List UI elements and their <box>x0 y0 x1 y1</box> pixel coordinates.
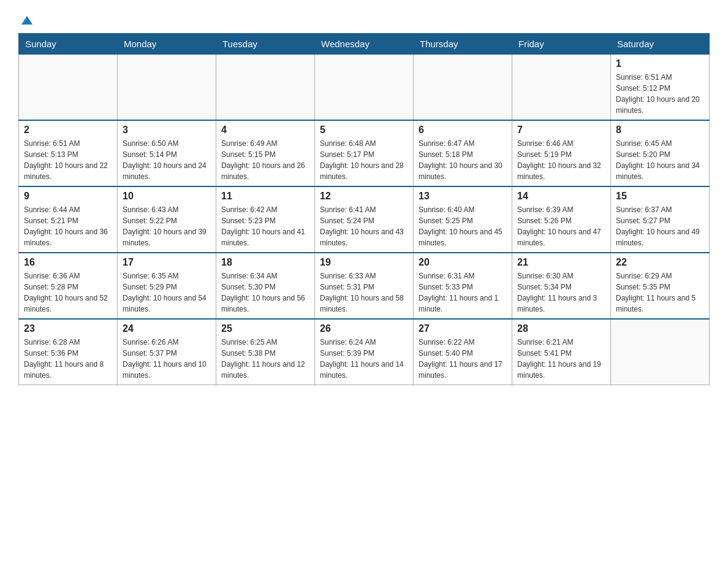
day-info: Sunrise: 6:29 AM Sunset: 5:35 PM Dayligh… <box>616 270 704 315</box>
logo <box>18 12 34 27</box>
calendar-cell: 17Sunrise: 6:35 AM Sunset: 5:29 PM Dayli… <box>118 253 216 319</box>
day-number: 16 <box>24 257 112 268</box>
day-info: Sunrise: 6:49 AM Sunset: 5:15 PM Dayligh… <box>221 138 309 182</box>
day-info: Sunrise: 6:40 AM Sunset: 5:25 PM Dayligh… <box>419 204 507 248</box>
calendar-week-row: 16Sunrise: 6:36 AM Sunset: 5:28 PM Dayli… <box>19 253 710 319</box>
day-info: Sunrise: 6:26 AM Sunset: 5:37 PM Dayligh… <box>123 337 211 381</box>
day-info: Sunrise: 6:44 AM Sunset: 5:21 PM Dayligh… <box>24 204 112 248</box>
day-info: Sunrise: 6:46 AM Sunset: 5:19 PM Dayligh… <box>517 138 605 182</box>
day-info: Sunrise: 6:47 AM Sunset: 5:18 PM Dayligh… <box>419 138 507 182</box>
svg-marker-0 <box>21 16 32 25</box>
day-info: Sunrise: 6:45 AM Sunset: 5:20 PM Dayligh… <box>616 138 704 182</box>
day-info: Sunrise: 6:51 AM Sunset: 5:12 PM Dayligh… <box>616 72 704 116</box>
day-info: Sunrise: 6:21 AM Sunset: 5:41 PM Dayligh… <box>517 337 605 381</box>
day-info: Sunrise: 6:34 AM Sunset: 5:30 PM Dayligh… <box>221 270 309 315</box>
day-number: 5 <box>320 124 408 136</box>
calendar-cell: 13Sunrise: 6:40 AM Sunset: 5:25 PM Dayli… <box>414 186 512 253</box>
weekday-header-wednesday: Wednesday <box>315 34 414 55</box>
day-number: 4 <box>221 124 309 136</box>
day-number: 20 <box>419 257 507 268</box>
calendar-table: SundayMondayTuesdayWednesdayThursdayFrid… <box>18 33 710 385</box>
day-number: 25 <box>221 323 309 334</box>
calendar-cell <box>315 55 414 121</box>
calendar-cell <box>414 55 512 121</box>
day-number: 13 <box>419 191 507 202</box>
day-number: 10 <box>123 191 211 202</box>
day-number: 6 <box>419 124 507 136</box>
day-info: Sunrise: 6:50 AM Sunset: 5:14 PM Dayligh… <box>123 138 211 182</box>
day-number: 18 <box>221 257 309 268</box>
day-info: Sunrise: 6:48 AM Sunset: 5:17 PM Dayligh… <box>320 138 408 182</box>
weekday-header-thursday: Thursday <box>414 34 512 55</box>
day-info: Sunrise: 6:41 AM Sunset: 5:24 PM Dayligh… <box>320 204 408 248</box>
day-number: 27 <box>419 323 507 334</box>
day-info: Sunrise: 6:31 AM Sunset: 5:33 PM Dayligh… <box>419 270 507 315</box>
day-number: 11 <box>221 191 309 202</box>
day-info: Sunrise: 6:37 AM Sunset: 5:27 PM Dayligh… <box>616 204 704 248</box>
calendar-cell: 2Sunrise: 6:51 AM Sunset: 5:13 PM Daylig… <box>19 120 118 186</box>
day-number: 24 <box>123 323 211 334</box>
day-number: 1 <box>616 58 704 69</box>
calendar-cell: 20Sunrise: 6:31 AM Sunset: 5:33 PM Dayli… <box>414 253 512 319</box>
calendar-cell: 9Sunrise: 6:44 AM Sunset: 5:21 PM Daylig… <box>19 186 118 253</box>
day-info: Sunrise: 6:42 AM Sunset: 5:23 PM Dayligh… <box>221 204 309 248</box>
weekday-header-row: SundayMondayTuesdayWednesdayThursdayFrid… <box>19 34 710 55</box>
day-info: Sunrise: 6:39 AM Sunset: 5:26 PM Dayligh… <box>517 204 605 248</box>
calendar-week-row: 9Sunrise: 6:44 AM Sunset: 5:21 PM Daylig… <box>19 186 710 253</box>
weekday-header-tuesday: Tuesday <box>216 34 315 55</box>
calendar-cell: 26Sunrise: 6:24 AM Sunset: 5:39 PM Dayli… <box>315 319 414 385</box>
day-number: 15 <box>616 191 704 202</box>
calendar-cell: 21Sunrise: 6:30 AM Sunset: 5:34 PM Dayli… <box>512 253 611 319</box>
day-number: 23 <box>24 323 112 334</box>
calendar-cell: 19Sunrise: 6:33 AM Sunset: 5:31 PM Dayli… <box>315 253 414 319</box>
calendar-cell: 22Sunrise: 6:29 AM Sunset: 5:35 PM Dayli… <box>611 253 710 319</box>
weekday-header-friday: Friday <box>512 34 611 55</box>
day-number: 3 <box>123 124 211 136</box>
day-number: 12 <box>320 191 408 202</box>
calendar-cell: 27Sunrise: 6:22 AM Sunset: 5:40 PM Dayli… <box>414 319 512 385</box>
calendar-cell <box>611 319 710 385</box>
calendar-cell: 12Sunrise: 6:41 AM Sunset: 5:24 PM Dayli… <box>315 186 414 253</box>
logo-triangle-icon <box>20 13 34 27</box>
day-number: 8 <box>616 124 704 136</box>
day-number: 28 <box>517 323 605 334</box>
calendar-cell: 7Sunrise: 6:46 AM Sunset: 5:19 PM Daylig… <box>512 120 611 186</box>
calendar-cell: 18Sunrise: 6:34 AM Sunset: 5:30 PM Dayli… <box>216 253 315 319</box>
day-info: Sunrise: 6:25 AM Sunset: 5:38 PM Dayligh… <box>221 337 309 381</box>
calendar-week-row: 23Sunrise: 6:28 AM Sunset: 5:36 PM Dayli… <box>19 319 710 385</box>
page-header <box>18 12 710 27</box>
calendar-cell: 14Sunrise: 6:39 AM Sunset: 5:26 PM Dayli… <box>512 186 611 253</box>
calendar-cell: 5Sunrise: 6:48 AM Sunset: 5:17 PM Daylig… <box>315 120 414 186</box>
calendar-cell: 15Sunrise: 6:37 AM Sunset: 5:27 PM Dayli… <box>611 186 710 253</box>
weekday-header-sunday: Sunday <box>19 34 118 55</box>
calendar-week-row: 1Sunrise: 6:51 AM Sunset: 5:12 PM Daylig… <box>19 55 710 121</box>
day-number: 19 <box>320 257 408 268</box>
calendar-cell: 23Sunrise: 6:28 AM Sunset: 5:36 PM Dayli… <box>19 319 118 385</box>
day-info: Sunrise: 6:43 AM Sunset: 5:22 PM Dayligh… <box>123 204 211 248</box>
day-info: Sunrise: 6:35 AM Sunset: 5:29 PM Dayligh… <box>123 270 211 315</box>
calendar-cell: 1Sunrise: 6:51 AM Sunset: 5:12 PM Daylig… <box>611 55 710 121</box>
calendar-cell: 4Sunrise: 6:49 AM Sunset: 5:15 PM Daylig… <box>216 120 315 186</box>
day-number: 26 <box>320 323 408 334</box>
calendar-cell: 3Sunrise: 6:50 AM Sunset: 5:14 PM Daylig… <box>118 120 216 186</box>
calendar-cell <box>512 55 611 121</box>
calendar-cell: 6Sunrise: 6:47 AM Sunset: 5:18 PM Daylig… <box>414 120 512 186</box>
day-info: Sunrise: 6:28 AM Sunset: 5:36 PM Dayligh… <box>24 337 112 381</box>
day-info: Sunrise: 6:36 AM Sunset: 5:28 PM Dayligh… <box>24 270 112 315</box>
calendar-cell: 11Sunrise: 6:42 AM Sunset: 5:23 PM Dayli… <box>216 186 315 253</box>
day-info: Sunrise: 6:30 AM Sunset: 5:34 PM Dayligh… <box>517 270 605 315</box>
day-number: 22 <box>616 257 704 268</box>
day-info: Sunrise: 6:51 AM Sunset: 5:13 PM Dayligh… <box>24 138 112 182</box>
calendar-cell: 25Sunrise: 6:25 AM Sunset: 5:38 PM Dayli… <box>216 319 315 385</box>
day-info: Sunrise: 6:24 AM Sunset: 5:39 PM Dayligh… <box>320 337 408 381</box>
calendar-cell: 28Sunrise: 6:21 AM Sunset: 5:41 PM Dayli… <box>512 319 611 385</box>
calendar-week-row: 2Sunrise: 6:51 AM Sunset: 5:13 PM Daylig… <box>19 120 710 186</box>
day-info: Sunrise: 6:22 AM Sunset: 5:40 PM Dayligh… <box>419 337 507 381</box>
day-number: 17 <box>123 257 211 268</box>
calendar-cell: 16Sunrise: 6:36 AM Sunset: 5:28 PM Dayli… <box>19 253 118 319</box>
day-number: 7 <box>517 124 605 136</box>
calendar-cell: 24Sunrise: 6:26 AM Sunset: 5:37 PM Dayli… <box>118 319 216 385</box>
weekday-header-monday: Monday <box>118 34 216 55</box>
calendar-cell: 10Sunrise: 6:43 AM Sunset: 5:22 PM Dayli… <box>118 186 216 253</box>
calendar-cell <box>118 55 216 121</box>
